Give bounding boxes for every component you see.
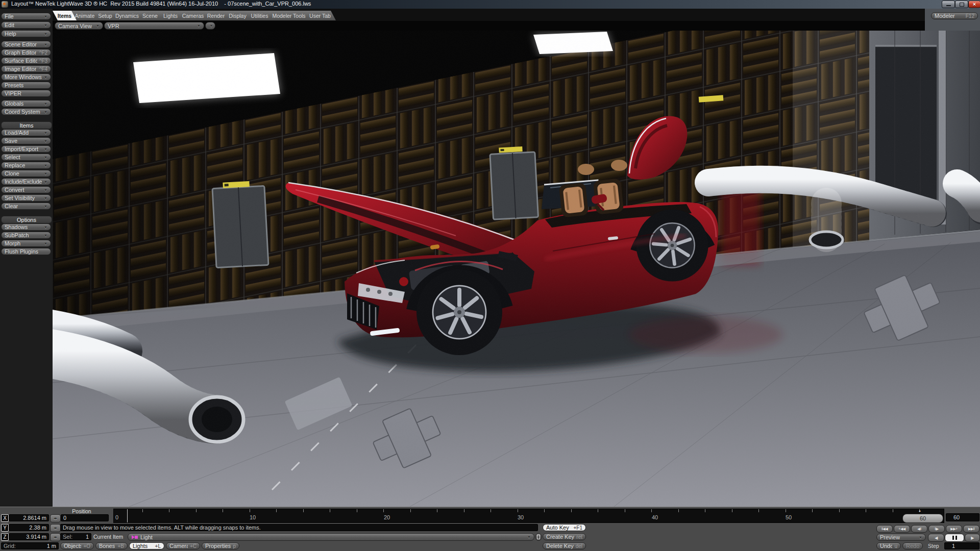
- globals-button[interactable]: Globals▼: [1, 100, 51, 107]
- chevron-down-icon: ▼: [42, 147, 47, 151]
- z-stepper[interactable]: ◂▸: [50, 533, 61, 541]
- preview-label: Preview: [880, 534, 900, 540]
- timeline-tick-label: 0: [108, 514, 126, 520]
- flush-plugins-button[interactable]: Flush Plugins: [1, 248, 51, 255]
- step-field[interactable]: 1: [944, 542, 979, 549]
- step-forward-icon: ‖▶: [935, 527, 938, 531]
- edit-menu[interactable]: Edit▼: [1, 21, 51, 29]
- step-forward-button[interactable]: ‖▶: [928, 525, 945, 533]
- view-mode-dropdown[interactable]: Camera View ▼: [55, 22, 103, 30]
- replace-button[interactable]: Replace▼: [1, 162, 51, 169]
- current-frame-field[interactable]: 0: [61, 514, 109, 521]
- chevron-down-icon: ▼: [917, 536, 922, 539]
- scene-editor-button[interactable]: Scene Editor▼: [1, 41, 51, 48]
- current-frame-value: 0: [63, 515, 66, 521]
- go-to-start-button[interactable]: ‖◀◀: [876, 525, 893, 533]
- button-label: Select: [5, 154, 20, 160]
- position-x-field[interactable]: 2.8614 m: [9, 514, 49, 521]
- load-add-button[interactable]: Load/Add▼: [1, 129, 51, 136]
- import-export-button[interactable]: Import/Export▼: [1, 145, 51, 153]
- tab-user-tab[interactable]: User Tab: [304, 11, 336, 20]
- app-icon: [2, 1, 8, 8]
- button-label: Convert: [5, 187, 24, 193]
- bones-button[interactable]: Bones +B: [95, 542, 128, 549]
- viewport-options-dropdown[interactable]: ▼: [205, 22, 215, 30]
- step-back-button[interactable]: ◀‖: [911, 525, 927, 533]
- graph-editor-button[interactable]: Graph Editor^F2: [1, 49, 51, 56]
- next-keyframe-button[interactable]: ▶▶+: [946, 525, 962, 533]
- chevron-down-icon: ▼: [42, 188, 47, 192]
- play-forward-button[interactable]: ▶: [965, 534, 980, 542]
- go-to-end-button[interactable]: ▶▶‖: [963, 525, 979, 533]
- modeler-button[interactable]: Modeler F12: [931, 12, 978, 19]
- timeline-range-handle[interactable]: 60: [902, 514, 943, 523]
- file-menu[interactable]: File▼: [1, 13, 51, 20]
- morph-button[interactable]: Morph▼: [1, 240, 51, 247]
- step-label: Step: [928, 543, 943, 549]
- tab-modeler-tools[interactable]: Modeler Tools: [267, 11, 310, 20]
- x-stepper[interactable]: ◂▸: [50, 514, 61, 522]
- pause-button[interactable]: [945, 534, 964, 542]
- end-frame-value: 60: [953, 514, 960, 520]
- delete-key-button[interactable]: Delete Key del: [543, 542, 586, 549]
- lights-button[interactable]: Lights +L: [129, 542, 164, 549]
- minimize-icon: [946, 5, 951, 6]
- auto-key-button[interactable]: Auto Key +F1: [543, 524, 586, 531]
- set-visibility-button[interactable]: Set Visibility▼: [1, 194, 51, 202]
- button-label: Save: [5, 138, 17, 144]
- redo-button[interactable]: Redo: [902, 542, 923, 549]
- timeline-ticks: [114, 509, 944, 512]
- button-label: More Windows: [5, 74, 42, 80]
- convert-button[interactable]: Convert▼: [1, 186, 51, 193]
- subpatch-button[interactable]: SubPatch▼: [1, 232, 51, 239]
- shadows-button[interactable]: Shadows▼: [1, 223, 51, 231]
- left-sidebar: File▼ Edit▼ Help▼ Scene Editor▼ Graph Ed…: [0, 9, 53, 507]
- restore-button[interactable]: [955, 1, 968, 8]
- clear-button[interactable]: Clear▼: [1, 203, 51, 210]
- item-list-button[interactable]: [535, 533, 542, 541]
- play-reverse-button[interactable]: ◀: [928, 534, 944, 542]
- timeline[interactable]: 0 10 20 30 40 50 ▲ 60: [113, 509, 944, 523]
- axis-x-label: X: [1, 514, 9, 522]
- presets-button[interactable]: Presets: [1, 82, 51, 89]
- properties-button[interactable]: Properties p: [202, 542, 239, 549]
- prev-keyframe-icon: +◀◀: [898, 527, 905, 531]
- create-key-button[interactable]: Create Key ret: [543, 533, 586, 540]
- select-button[interactable]: Select▼: [1, 154, 51, 161]
- end-frame-field[interactable]: 60: [946, 513, 979, 521]
- button-label: Coord System: [5, 109, 40, 115]
- status-message: Drag mouse in view to move selected item…: [63, 524, 261, 531]
- current-item-dropdown[interactable]: Light ▼: [128, 533, 534, 541]
- position-z-field[interactable]: 3.914 m: [9, 533, 49, 540]
- minimize-button[interactable]: [942, 1, 955, 8]
- y-stepper[interactable]: ◂▸: [50, 524, 61, 532]
- objects-button[interactable]: Objects +O: [60, 542, 94, 549]
- axis-y-label: Y: [1, 524, 9, 532]
- more-windows-button[interactable]: More Windows▼: [1, 73, 51, 81]
- viper-button[interactable]: VIPER: [1, 90, 51, 97]
- cameras-button[interactable]: Cameras +C: [166, 542, 200, 549]
- undo-button[interactable]: Undo u: [876, 542, 901, 549]
- preview-dropdown[interactable]: Preview ▼: [876, 534, 926, 541]
- chevron-down-icon: ▼: [42, 102, 47, 106]
- camera-viewport[interactable]: [53, 31, 980, 507]
- position-y-field[interactable]: 2.38 m: [9, 524, 49, 531]
- position-y-value: 2.38 m: [29, 524, 46, 531]
- tab-label: Items: [58, 13, 71, 19]
- timeline-scrubber[interactable]: [127, 509, 128, 522]
- surface-editor-button[interactable]: Surface Editor^F3: [1, 57, 51, 64]
- chevron-down-icon: ▼: [42, 43, 47, 46]
- include-exclude-button[interactable]: Include/Exclude▼: [1, 178, 51, 185]
- prev-keyframe-button[interactable]: +◀◀: [894, 525, 910, 533]
- current-item-value: Light: [140, 534, 153, 540]
- save-button[interactable]: Save▼: [1, 137, 51, 144]
- image-editor-button[interactable]: Image Editor^F4: [1, 65, 51, 72]
- chevron-down-icon: ▼: [525, 535, 531, 539]
- render-mode-dropdown[interactable]: VPR ▼: [104, 22, 204, 30]
- close-button[interactable]: ×: [968, 1, 980, 8]
- grid-size-field[interactable]: Grid: 1 m: [1, 542, 59, 549]
- clone-button[interactable]: Clone▼: [1, 170, 51, 177]
- title-bar: Layout™ NewTek LightWave 3D ® HC Rev 201…: [0, 0, 980, 9]
- help-menu[interactable]: Help▼: [1, 30, 51, 37]
- coord-system-button[interactable]: Coord System▼: [1, 108, 51, 115]
